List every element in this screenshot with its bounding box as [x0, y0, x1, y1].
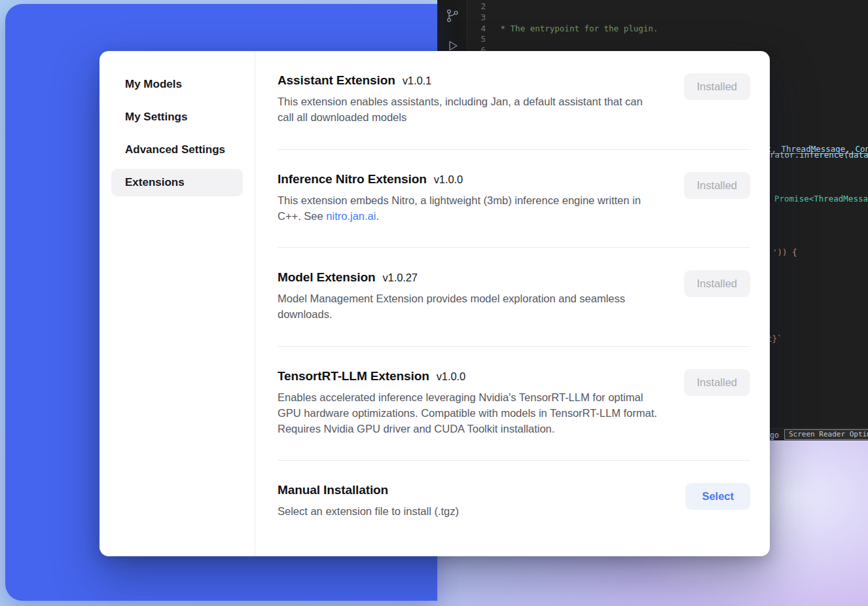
extension-row-nitro: Inference Nitro Extensionv1.0.0 This ext…: [278, 149, 750, 248]
extension-version: v1.0.1: [403, 75, 431, 86]
sidebar-item-advanced-settings[interactable]: Advanced Settings: [111, 136, 243, 164]
manual-installation-title: Manual Installation: [278, 483, 459, 497]
extension-version: v1.0.0: [437, 370, 465, 382]
line-number: 3: [467, 12, 486, 24]
extension-name: Model Extension: [278, 270, 375, 284]
source-control-icon[interactable]: [444, 8, 460, 24]
extension-version: v1.0.0: [434, 173, 463, 185]
extension-title: Assistant Extensionv1.0.1: [278, 73, 660, 88]
code-fragment: Promise<ThreadMessage>: [774, 194, 868, 204]
extension-info: Model Extensionv1.0.27 Model Management …: [278, 270, 660, 323]
extension-description: Model Management Extension provides mode…: [278, 291, 660, 323]
code-fragment: ')) {: [772, 247, 797, 258]
sidebar-item-my-settings[interactable]: My Settings: [111, 103, 243, 131]
code-line: * The entrypoint for the plugin.: [496, 24, 868, 35]
installed-button[interactable]: Installed: [684, 172, 750, 199]
extension-name: Inference Nitro Extension: [278, 172, 427, 186]
installed-button[interactable]: Installed: [684, 270, 750, 297]
settings-sidebar: My Models My Settings Advanced Settings …: [99, 51, 255, 556]
line-number: 5: [467, 34, 486, 45]
description-text: .: [376, 210, 379, 222]
extension-info: Assistant Extensionv1.0.1 This extension…: [278, 73, 660, 126]
status-language-label: go: [770, 431, 779, 440]
editor-line-numbers: 2 3 4 5 6: [467, 1, 486, 56]
installed-button[interactable]: Installed: [684, 73, 750, 100]
select-file-button[interactable]: Select: [685, 483, 750, 510]
extension-info: TensortRT-LLM Extensionv1.0.0 Enables ac…: [278, 369, 660, 437]
extension-name: TensortRT-LLM Extension: [278, 369, 429, 383]
installed-button[interactable]: Installed: [684, 369, 750, 396]
extension-info: Inference Nitro Extensionv1.0.0 This ext…: [278, 172, 660, 224]
manual-installation-info: Manual Installation Select an extension …: [278, 483, 459, 519]
extension-row-tensorrt: TensortRT-LLM Extensionv1.0.0 Enables ac…: [278, 346, 750, 461]
extension-description: This extension enables assistants, inclu…: [278, 94, 660, 126]
line-number: 4: [467, 24, 486, 35]
settings-modal: My Models My Settings Advanced Settings …: [99, 51, 770, 556]
extension-title: Inference Nitro Extensionv1.0.0: [278, 172, 660, 187]
extensions-panel: Assistant Extensionv1.0.1 This extension…: [255, 51, 770, 556]
extension-description: Enables accelerated inference leveraging…: [278, 389, 660, 437]
manual-installation-description: Select an extension file to install (.tg…: [278, 503, 459, 519]
sidebar-item-my-models[interactable]: My Models: [111, 71, 243, 98]
extension-title: Model Extensionv1.0.27: [278, 270, 660, 285]
extension-description: This extension embeds Nitro, a lightweig…: [278, 192, 660, 224]
extension-title: TensortRT-LLM Extensionv1.0.0: [278, 369, 660, 383]
manual-installation-row: Manual Installation Select an extension …: [278, 460, 750, 543]
sidebar-item-extensions[interactable]: Extensions: [111, 169, 243, 196]
extension-row-model: Model Extensionv1.0.27 Model Management …: [278, 247, 750, 346]
code-fragment: rator.inference(data));: [770, 150, 868, 160]
extension-row-assistant: Assistant Extensionv1.0.1 This extension…: [278, 72, 750, 149]
nitro-jan-ai-link[interactable]: nitro.jan.ai: [326, 210, 376, 222]
screen-reader-toast[interactable]: Screen Reader Optimized: [784, 429, 868, 440]
extension-name: Assistant Extension: [278, 73, 395, 87]
extension-version: v1.0.27: [382, 272, 417, 283]
line-number: 2: [467, 1, 486, 12]
